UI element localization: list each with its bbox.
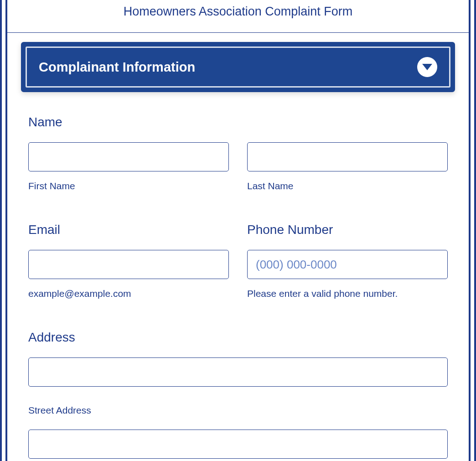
chevron-down-icon <box>422 64 432 70</box>
street-address-input[interactable] <box>28 357 448 387</box>
address-label: Address <box>28 330 448 345</box>
section-collapse-header[interactable]: Complainant Information <box>21 42 455 92</box>
first-name-sublabel: First Name <box>28 181 229 192</box>
first-name-input[interactable] <box>28 142 229 171</box>
address-group: Street Address <box>28 357 448 461</box>
email-phone-row: Email example@example.com Phone Number P… <box>28 223 448 299</box>
email-input[interactable] <box>28 250 229 279</box>
form-subtitle: Homeowners Association Complaint Form <box>7 5 469 19</box>
last-name-sublabel: Last Name <box>247 181 448 192</box>
form-header: Homeowners Association Complaint Form <box>7 0 469 33</box>
phone-sublabel: Please enter a valid phone number. <box>247 288 448 299</box>
last-name-input[interactable] <box>247 142 448 171</box>
outer-border: Homeowners Association Complaint Form Co… <box>0 0 476 461</box>
street-address-sublabel: Street Address <box>28 405 448 416</box>
collapse-toggle-icon <box>417 57 437 77</box>
section-header-inner: Complainant Information <box>26 47 450 88</box>
name-row: First Name Last Name <box>28 142 448 192</box>
inner-border: Homeowners Association Complaint Form Co… <box>5 0 471 461</box>
email-col: Email example@example.com <box>28 223 229 299</box>
email-label: Email <box>28 223 229 237</box>
last-name-col: Last Name <box>247 142 448 192</box>
phone-label: Phone Number <box>247 223 448 237</box>
address-line-2-input[interactable] <box>28 430 448 459</box>
section-title: Complainant Information <box>39 60 195 75</box>
first-name-col: First Name <box>28 142 229 192</box>
phone-col: Phone Number Please enter a valid phone … <box>247 223 448 299</box>
email-sublabel: example@example.com <box>28 288 229 299</box>
name-label: Name <box>28 115 448 129</box>
phone-input[interactable] <box>247 250 448 279</box>
form-content: Complainant Information Name First Name <box>7 33 469 461</box>
form-fields: Name First Name Last Name Email <box>21 115 455 461</box>
